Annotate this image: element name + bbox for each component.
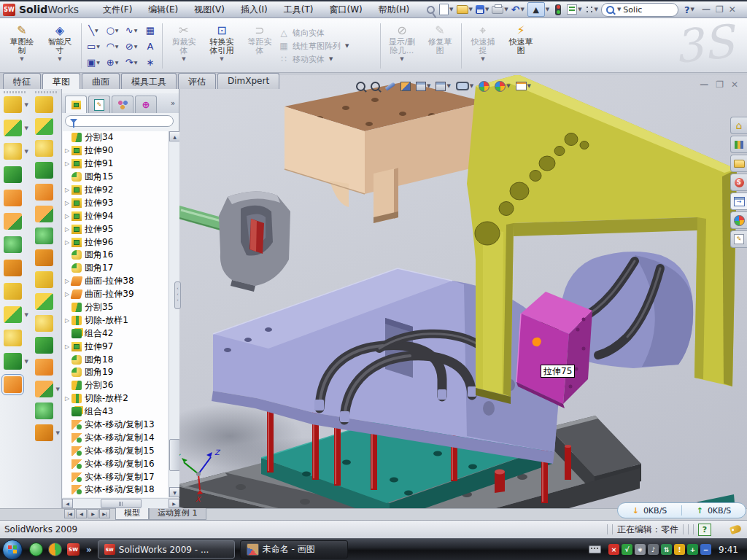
- rebuild-traffic-light-icon[interactable]: [552, 3, 564, 16]
- volume-icon[interactable]: ♪: [648, 544, 659, 555]
- pin-icon[interactable]: [425, 3, 436, 16]
- toolbar-button-移动实体[interactable]: ∷移动实体▼: [279, 54, 378, 65]
- toolbar-button-等距实体[interactable]: ⊃等距实 体: [241, 20, 279, 72]
- sketch-entity-icon[interactable]: ▣▼: [84, 54, 103, 70]
- tab-模具工具[interactable]: 模具工具: [121, 73, 177, 89]
- tree-item[interactable]: ▷拉伸91: [63, 158, 168, 171]
- dropdown-icon[interactable]: ▼: [481, 56, 484, 62]
- tab-评估[interactable]: 评估: [178, 73, 216, 89]
- feature-toolbar-icon[interactable]: ▼: [4, 306, 22, 323]
- resources-home-icon[interactable]: ⌂: [730, 117, 747, 134]
- search-dropdown-icon[interactable]: ▼: [617, 7, 621, 12]
- zoom-fit-icon[interactable]: [356, 82, 365, 91]
- tree-item[interactable]: ▷曲面-拉伸39: [63, 288, 168, 301]
- feature-toolbar-icon[interactable]: ▼: [35, 424, 53, 441]
- tree-item[interactable]: 实体-移动/复制14: [63, 431, 168, 444]
- tree-item[interactable]: ▷拉伸94: [63, 209, 168, 222]
- tree-item[interactable]: ▷拉伸95: [63, 222, 168, 236]
- taskbar-task-未命名 - 画图[interactable]: 未命名 - 画图: [240, 540, 348, 559]
- tree-filter-input[interactable]: [65, 115, 174, 127]
- tag-icon[interactable]: [729, 524, 742, 534]
- feature-toolbar-icon[interactable]: ▼: [35, 381, 53, 397]
- print-icon[interactable]: ▼: [492, 3, 508, 16]
- configurationmanager-tab[interactable]: [112, 96, 133, 113]
- design-checker-icon[interactable]: ▼: [567, 3, 581, 16]
- tree-item[interactable]: 实体-移动/复制17: [63, 470, 168, 483]
- doc-nav-button[interactable]: ▶: [88, 509, 98, 518]
- tree-item[interactable]: ▷拉伸92: [63, 184, 168, 197]
- doc-close-button[interactable]: ✕: [731, 79, 738, 90]
- start-button[interactable]: [2, 540, 23, 560]
- expand-arrow-icon[interactable]: ▷: [65, 226, 71, 233]
- toolbar-button-镜向实体[interactable]: △镜向实体: [279, 28, 378, 39]
- expand-arrow-icon[interactable]: ▷: [65, 395, 71, 402]
- sketch-entity-icon[interactable]: A: [141, 38, 160, 54]
- minimize-button[interactable]: —: [702, 5, 711, 14]
- menu-窗口W[interactable]: 窗口(W): [321, 1, 370, 19]
- feature-toolbar-icon[interactable]: ▼: [4, 353, 22, 370]
- feature-toolbar-icon[interactable]: [35, 271, 53, 288]
- dropdown-icon[interactable]: ▼: [182, 56, 185, 62]
- menu-帮助H[interactable]: 帮助(H): [371, 1, 417, 19]
- toolbar-button-快速捕捉[interactable]: ⌖快速捕 捉▼: [464, 20, 502, 72]
- panel-splitter-handle[interactable]: ‹ ‹ ‹: [174, 281, 181, 309]
- tree-item[interactable]: ▷曲面-拉伸38: [63, 275, 168, 288]
- doc-minimize-button[interactable]: —: [700, 79, 708, 90]
- solidworks-quicklaunch-icon[interactable]: SW: [67, 543, 80, 556]
- select-arrow-icon[interactable]: ▲▼: [527, 3, 549, 16]
- dropdown-icon[interactable]: ▼: [20, 56, 23, 62]
- feature-toolbar-icon[interactable]: [35, 337, 53, 354]
- dimxpertmanager-tab[interactable]: ⊕: [135, 96, 157, 113]
- scroll-down-button[interactable]: ▼: [169, 487, 180, 497]
- sketch-entity-icon[interactable]: ∿▼: [122, 22, 141, 38]
- custom-properties-icon[interactable]: ✎: [730, 230, 747, 248]
- feature-toolbar-icon[interactable]: [35, 162, 53, 179]
- sketch-entity-icon[interactable]: ⊕▼: [103, 54, 122, 70]
- shield-plus-icon[interactable]: +: [687, 544, 698, 555]
- solidworks-search-icon[interactable]: S: [730, 174, 747, 191]
- expand-arrow-icon[interactable]: ▷: [65, 187, 71, 193]
- toolbar-button-剪裁实体[interactable]: ✂剪裁实 体▼: [165, 20, 203, 72]
- new-document-icon[interactable]: ▼: [439, 3, 453, 16]
- tree-item[interactable]: 圆角18: [63, 353, 168, 366]
- sketch-entity-icon[interactable]: ∗: [141, 54, 160, 70]
- menu-插入I[interactable]: 插入(I): [233, 1, 276, 19]
- feature-toolbar-icon[interactable]: [35, 228, 53, 244]
- dropdown-icon[interactable]: ▼: [58, 56, 61, 62]
- view-palette-icon[interactable]: →: [730, 192, 747, 210]
- tree-item[interactable]: 组合43: [63, 405, 168, 419]
- sketch-entity-icon[interactable]: ⊘▼: [122, 38, 141, 54]
- tree-vertical-scrollbar[interactable]: ▲ ▼: [169, 131, 179, 497]
- tree-item[interactable]: 圆角16: [63, 249, 168, 262]
- toolbar-button-修复草图[interactable]: ✎修复草 图: [421, 20, 459, 72]
- tree-item[interactable]: 组合42: [63, 327, 168, 340]
- toolbar-button-转换实体引用[interactable]: ⊡转换实 体引用▼: [203, 20, 241, 72]
- sketch-entity-icon[interactable]: ↷▼: [122, 54, 141, 70]
- expand-arrow-icon[interactable]: ▷: [65, 343, 71, 350]
- menu-视图V[interactable]: 视图(V): [186, 1, 233, 19]
- quick-launch-overflow[interactable]: »: [86, 545, 92, 555]
- toolbar-button-快速草图[interactable]: ⚡快速草 图: [502, 20, 540, 72]
- feature-toolbar-icon[interactable]: [35, 140, 53, 157]
- taskbar-task-SolidWorks 2009 - ...[interactable]: SWSolidWorks 2009 - ...: [98, 540, 235, 559]
- doc-nav-button[interactable]: ▶|: [99, 509, 110, 518]
- search-input[interactable]: ▼ Solic: [601, 3, 678, 17]
- tab-草图[interactable]: 草图: [42, 73, 80, 89]
- feature-toolbar-icon[interactable]: [4, 166, 22, 183]
- feature-toolbar-icon[interactable]: [4, 190, 22, 206]
- feature-toolbar-icon[interactable]: [35, 118, 53, 135]
- warning-icon[interactable]: !: [674, 544, 685, 555]
- undo-icon[interactable]: ↶▼: [511, 3, 525, 16]
- feature-toolbar-icon[interactable]: [4, 330, 22, 346]
- appearances-icon[interactable]: [479, 81, 489, 92]
- antivirus-shield-icon[interactable]: ×: [608, 544, 619, 555]
- view-orientation-icon[interactable]: ▼: [436, 82, 450, 91]
- doc-tab-运动算例 1[interactable]: 运动算例 1: [149, 508, 206, 520]
- toolbar-grip[interactable]: [35, 91, 57, 93]
- scroll-left-button[interactable]: ◀: [62, 499, 73, 508]
- expand-arrow-icon[interactable]: ▷: [65, 239, 71, 246]
- appearances-sphere-icon[interactable]: [730, 211, 747, 229]
- sketch-entity-icon[interactable]: ◠▼: [103, 38, 122, 54]
- tree-horizontal-scrollbar[interactable]: ◀ ▶: [62, 498, 179, 508]
- panel-expand-button[interactable]: »: [171, 99, 175, 107]
